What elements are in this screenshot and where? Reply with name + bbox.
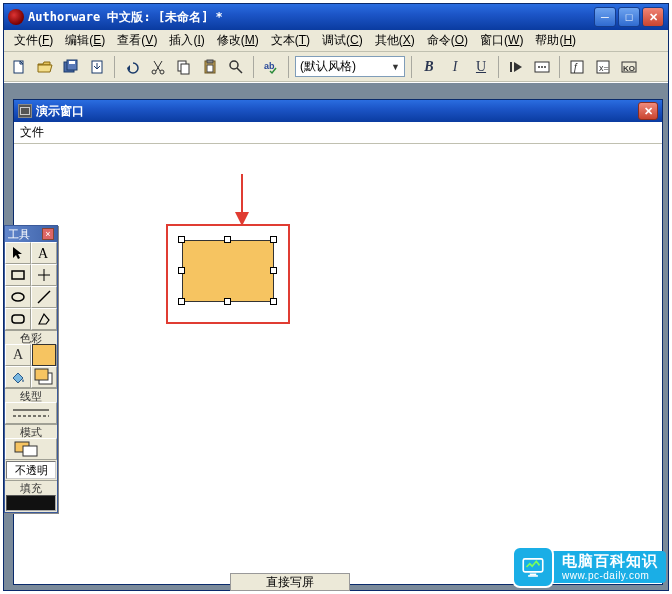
mode-swatch[interactable]	[5, 438, 57, 460]
palette-close-button[interactable]: ×	[42, 228, 54, 240]
fill-color-swatch[interactable]	[31, 344, 57, 366]
rectangle-tool[interactable]	[5, 264, 31, 286]
ellipse-tool[interactable]	[5, 286, 31, 308]
watermark-badge: 电脑百科知识 www.pc-daily.com	[512, 546, 666, 588]
minimize-button[interactable]: ─	[594, 7, 616, 27]
resize-handle-s[interactable]	[224, 298, 231, 305]
fill-pattern-swatch[interactable]	[6, 495, 56, 511]
svg-marker-18	[514, 62, 522, 72]
menu-f[interactable]: 文件(F)	[8, 30, 59, 51]
svg-point-8	[160, 70, 164, 74]
svg-point-7	[152, 70, 156, 74]
variables-button[interactable]: x=	[592, 56, 614, 78]
svg-text:A: A	[38, 246, 49, 261]
pointer-tool[interactable]	[5, 242, 31, 264]
underline-button[interactable]: U	[470, 56, 492, 78]
style-select[interactable]: (默认风格) ▼	[295, 56, 405, 77]
menu-t[interactable]: 文本(T)	[265, 30, 316, 51]
app-title: Authorware 中文版: [未命名] *	[28, 9, 594, 26]
rounded-rect-tool[interactable]	[5, 308, 31, 330]
presentation-icon	[18, 104, 32, 118]
resize-handle-se[interactable]	[270, 298, 277, 305]
svg-rect-17	[510, 62, 512, 72]
menu-i[interactable]: 插入(I)	[163, 30, 210, 51]
svg-text:ƒ: ƒ	[573, 62, 579, 73]
import-button[interactable]	[86, 56, 108, 78]
cut-button[interactable]	[147, 56, 169, 78]
knowledge-button[interactable]: KO	[618, 56, 640, 78]
new-button[interactable]	[8, 56, 30, 78]
menu-c[interactable]: 调试(C)	[316, 30, 369, 51]
svg-rect-41	[35, 369, 48, 380]
separator-icon	[114, 56, 115, 78]
palette-section-mode: 模式	[5, 424, 57, 438]
menu-v[interactable]: 查看(V)	[111, 30, 163, 51]
presentation-canvas[interactable]	[14, 144, 662, 584]
watermark-url: www.pc-daily.com	[562, 570, 658, 581]
resize-handle-sw[interactable]	[178, 298, 185, 305]
control-panel-button[interactable]	[531, 56, 553, 78]
style-select-value: (默认风格)	[300, 58, 356, 75]
palette-section-fill: 填充	[5, 480, 57, 494]
menu-h[interactable]: 帮助(H)	[529, 30, 582, 51]
resize-handle-n[interactable]	[224, 236, 231, 243]
find-button[interactable]	[225, 56, 247, 78]
menu-x[interactable]: 其他(X)	[369, 30, 421, 51]
menu-o[interactable]: 命令(O)	[421, 30, 474, 51]
presentation-menu-file[interactable]: 文件	[20, 124, 44, 141]
mode-value[interactable]: 不透明	[6, 461, 56, 479]
spellcheck-button[interactable]: ab	[260, 56, 282, 78]
italic-button[interactable]: I	[444, 56, 466, 78]
svg-rect-48	[528, 575, 538, 577]
separator-icon	[498, 56, 499, 78]
line-tool[interactable]	[31, 264, 57, 286]
palette-titlebar[interactable]: 工具 ×	[5, 226, 57, 242]
resize-handle-e[interactable]	[270, 267, 277, 274]
save-all-button[interactable]	[60, 56, 82, 78]
text-tool[interactable]: A	[31, 242, 57, 264]
copy-button[interactable]	[173, 56, 195, 78]
annotation-arrow-icon	[232, 174, 252, 226]
bold-button[interactable]: B	[418, 56, 440, 78]
restart-button[interactable]	[505, 56, 527, 78]
close-button[interactable]: ✕	[642, 7, 664, 27]
text-color-swatch[interactable]: A	[5, 344, 31, 366]
maximize-button[interactable]: □	[618, 7, 640, 27]
separator-icon	[253, 56, 254, 78]
line-color-swatch[interactable]	[5, 366, 31, 388]
resize-handle-nw[interactable]	[178, 236, 185, 243]
watermark-logo-icon	[512, 546, 554, 588]
presentation-titlebar: 演示窗口 ✕	[14, 100, 662, 122]
titlebar: Authorware 中文版: [未命名] * ─ □ ✕	[4, 4, 668, 30]
diagonal-line-tool[interactable]	[31, 286, 57, 308]
rectangle-shape[interactable]	[182, 240, 274, 302]
polygon-tool[interactable]	[31, 308, 57, 330]
menu-e[interactable]: 编辑(E)	[59, 30, 111, 51]
menu-m[interactable]: 修改(M)	[211, 30, 265, 51]
resize-handle-w[interactable]	[178, 267, 185, 274]
toolbar: ab (默认风格) ▼ B I U ƒ x= KO	[4, 52, 668, 82]
svg-point-22	[544, 66, 546, 68]
svg-rect-10	[181, 64, 189, 74]
svg-rect-13	[207, 65, 213, 72]
menu-w[interactable]: 窗口(W)	[474, 30, 529, 51]
separator-icon	[411, 56, 412, 78]
svg-line-37	[38, 291, 50, 303]
svg-rect-4	[69, 61, 75, 64]
open-button[interactable]	[34, 56, 56, 78]
paste-button[interactable]	[199, 56, 221, 78]
svg-point-21	[541, 66, 543, 68]
svg-rect-45	[23, 446, 37, 456]
palette-title-text: 工具	[8, 227, 30, 242]
watermark-brand: 电脑百科知识	[562, 553, 658, 570]
bg-fg-swatch[interactable]	[31, 366, 57, 388]
undo-button[interactable]	[121, 56, 143, 78]
resize-handle-ne[interactable]	[270, 236, 277, 243]
presentation-close-button[interactable]: ✕	[638, 102, 658, 120]
menubar: 文件(F)编辑(E)查看(V)插入(I)修改(M)文本(T)调试(C)其他(X)…	[4, 30, 668, 52]
svg-rect-38	[12, 315, 24, 323]
line-style-swatch[interactable]	[5, 402, 57, 424]
functions-button[interactable]: ƒ	[566, 56, 588, 78]
svg-point-36	[12, 293, 24, 301]
svg-rect-33	[12, 271, 24, 279]
